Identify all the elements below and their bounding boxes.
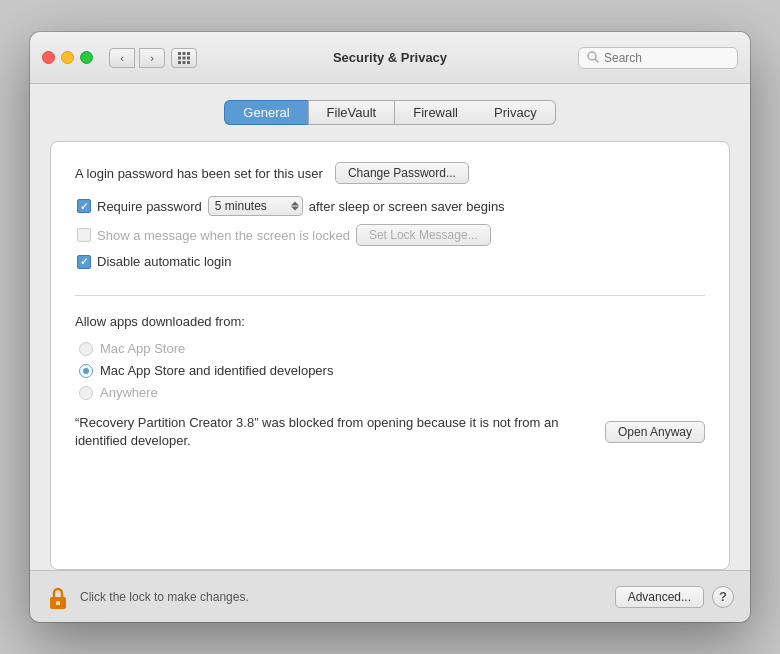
- radio-anywhere[interactable]: [79, 386, 93, 400]
- window-title: Security & Privacy: [333, 50, 447, 65]
- change-password-button[interactable]: Change Password...: [335, 162, 469, 184]
- after-sleep-label: after sleep or screen saver begins: [309, 199, 505, 214]
- disable-autologin-row: Disable automatic login: [77, 254, 705, 269]
- traffic-lights: [42, 51, 93, 64]
- tab-firewall[interactable]: Firewall: [394, 100, 476, 125]
- search-input[interactable]: [604, 51, 729, 65]
- svg-rect-6: [178, 61, 181, 64]
- lock-icon[interactable]: [46, 584, 70, 610]
- show-message-label: Show a message when the screen is locked: [97, 228, 350, 243]
- tab-privacy[interactable]: Privacy: [476, 100, 556, 125]
- bottom-bar: Click the lock to make changes. Advanced…: [30, 570, 750, 622]
- disable-autologin-label: Disable automatic login: [97, 254, 231, 269]
- set-lock-message-button[interactable]: Set Lock Message...: [356, 224, 491, 246]
- radio-mac-and-identified[interactable]: [79, 364, 93, 378]
- svg-rect-2: [187, 52, 190, 55]
- allow-apps-section: Allow apps downloaded from: Mac App Stor…: [75, 314, 705, 549]
- svg-rect-12: [56, 601, 60, 605]
- svg-rect-8: [187, 61, 190, 64]
- main-panel: A login password has been set for this u…: [50, 141, 730, 570]
- password-interval-dropdown[interactable]: immediately 5 seconds 1 minute 5 minutes…: [208, 196, 303, 216]
- radio-mac-appstore[interactable]: [79, 342, 93, 356]
- login-password-row: A login password has been set for this u…: [75, 162, 705, 184]
- back-button[interactable]: ‹: [109, 48, 135, 68]
- svg-rect-0: [178, 52, 181, 55]
- require-password-checkbox[interactable]: [77, 199, 91, 213]
- svg-rect-5: [187, 56, 190, 59]
- svg-rect-1: [183, 52, 186, 55]
- tab-general[interactable]: General: [224, 100, 307, 125]
- allow-apps-title: Allow apps downloaded from:: [75, 314, 705, 329]
- radio-mac-identified-row: Mac App Store and identified developers: [79, 363, 705, 378]
- maximize-button[interactable]: [80, 51, 93, 64]
- svg-rect-7: [183, 61, 186, 64]
- svg-rect-4: [183, 56, 186, 59]
- show-message-checkbox[interactable]: [77, 228, 91, 242]
- disable-autologin-checkbox[interactable]: [77, 255, 91, 269]
- main-window: ‹ › Security & Privacy: [30, 32, 750, 622]
- blocked-text: “Recovery Partition Creator 3.8” was blo…: [75, 414, 589, 450]
- grid-button[interactable]: [171, 48, 197, 68]
- open-anyway-button[interactable]: Open Anyway: [605, 421, 705, 443]
- bottom-buttons: Advanced... ?: [615, 586, 734, 608]
- nav-buttons: ‹ ›: [109, 48, 165, 68]
- radio-mac-identified-label: Mac App Store and identified developers: [100, 363, 333, 378]
- svg-rect-3: [178, 56, 181, 59]
- help-button[interactable]: ?: [712, 586, 734, 608]
- blocked-app-row: “Recovery Partition Creator 3.8” was blo…: [75, 414, 705, 450]
- minimize-button[interactable]: [61, 51, 74, 64]
- password-section: A login password has been set for this u…: [75, 162, 705, 296]
- login-password-text: A login password has been set for this u…: [75, 166, 323, 181]
- titlebar: ‹ › Security & Privacy: [30, 32, 750, 84]
- forward-button[interactable]: ›: [139, 48, 165, 68]
- lock-text: Click the lock to make changes.: [80, 590, 605, 604]
- advanced-button[interactable]: Advanced...: [615, 586, 704, 608]
- radio-mac-appstore-row: Mac App Store: [79, 341, 705, 356]
- tab-bar: General FileVault Firewall Privacy: [50, 100, 730, 125]
- radio-anywhere-label: Anywhere: [100, 385, 158, 400]
- radio-anywhere-row: Anywhere: [79, 385, 705, 400]
- content-area: General FileVault Firewall Privacy A log…: [30, 84, 750, 570]
- search-box[interactable]: [578, 47, 738, 69]
- close-button[interactable]: [42, 51, 55, 64]
- require-password-row: Require password immediately 5 seconds 1…: [77, 196, 705, 216]
- require-password-label: Require password: [97, 199, 202, 214]
- password-interval-dropdown-container: immediately 5 seconds 1 minute 5 minutes…: [208, 196, 303, 216]
- svg-line-10: [596, 59, 599, 62]
- tab-filevault[interactable]: FileVault: [308, 100, 395, 125]
- svg-point-9: [588, 52, 596, 60]
- radio-mac-appstore-label: Mac App Store: [100, 341, 185, 356]
- search-icon: [587, 51, 599, 65]
- show-message-row: Show a message when the screen is locked…: [77, 224, 705, 246]
